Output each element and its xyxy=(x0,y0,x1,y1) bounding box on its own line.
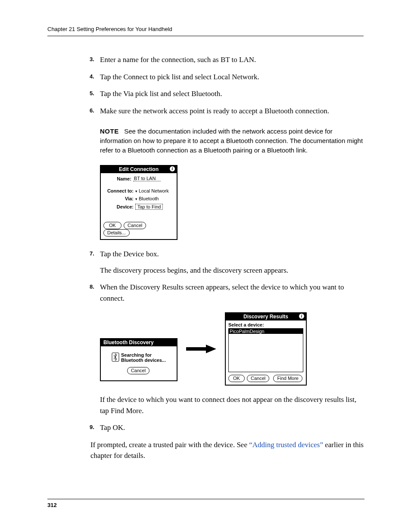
svg-marker-2 xyxy=(206,345,216,353)
step-number: 5. xyxy=(90,89,94,98)
step-3: 3. Enter a name for the connection, such… xyxy=(90,54,364,65)
step-8: 8. When the Discovery Results screen app… xyxy=(90,282,364,304)
find-more-button[interactable]: Find More xyxy=(273,375,302,382)
svg-rect-1 xyxy=(186,347,206,351)
select-device-prompt: Select a device: xyxy=(228,322,303,327)
step-4: 4. Tap the Connect to pick list and sele… xyxy=(90,72,364,83)
step-number: 3. xyxy=(90,55,94,64)
content-area: 3. Enter a name for the connection, such… xyxy=(90,54,364,461)
dialog-title: Edit Connection i xyxy=(101,166,177,173)
closing-paragraph: If prompted, create a trusted pair with … xyxy=(90,439,364,461)
step-5: 5. Tap the Via pick list and select Blue… xyxy=(90,88,364,100)
device-list[interactable]: PicoPalmDesign xyxy=(228,328,303,372)
step-text: Tap the Device box. xyxy=(100,250,159,258)
dialog-title: Bluetooth Discovery xyxy=(101,339,177,346)
step-text: Tap the Connect to pick list and select … xyxy=(100,73,259,81)
searching-text-2: Bluetooth devices... xyxy=(121,358,166,363)
step-number: 7. xyxy=(90,249,94,258)
connect-to-picklist[interactable]: Local Network xyxy=(135,188,169,193)
step-subtext: The discovery process begins, and the di… xyxy=(100,265,364,276)
via-label: Via: xyxy=(103,196,134,201)
ok-button[interactable]: OK xyxy=(103,222,121,229)
note-label: NOTE xyxy=(100,128,119,135)
note-text: See the documentation included with the … xyxy=(100,128,363,154)
step-text: Make sure the network access point is re… xyxy=(100,107,329,115)
step-text: Tap the Via pick list and select Bluetoo… xyxy=(100,90,222,98)
step-number: 6. xyxy=(90,106,94,115)
step-text: Enter a name for the connection, such as… xyxy=(100,56,256,64)
info-icon[interactable]: i xyxy=(170,166,175,171)
device-list-item[interactable]: PicoPalmDesign xyxy=(229,329,303,334)
name-label: Name: xyxy=(117,176,131,181)
via-picklist[interactable]: Bluetooth xyxy=(135,196,159,201)
device-box[interactable]: Tap to Find xyxy=(135,204,163,210)
page-number: 312 xyxy=(47,499,364,508)
adding-trusted-devices-link[interactable]: “Adding trusted devices” xyxy=(249,441,323,449)
bluetooth-icon xyxy=(112,352,119,363)
step-number: 9. xyxy=(90,423,94,432)
cancel-button[interactable]: Cancel xyxy=(124,222,146,229)
info-icon[interactable]: i xyxy=(299,314,304,319)
step-text: Tap OK. xyxy=(100,423,125,432)
figure-edit-connection: Edit Connection i Name: BT to LAN Connec… xyxy=(100,165,364,240)
ok-button[interactable]: OK xyxy=(228,375,245,382)
step-9: 9. Tap OK. xyxy=(90,422,364,433)
note-block: NOTE See the documentation included with… xyxy=(100,127,364,155)
cancel-button[interactable]: Cancel xyxy=(127,367,149,374)
device-label: Device: xyxy=(103,204,134,209)
page-header: Chapter 21 Setting Preferences for Your … xyxy=(47,26,364,36)
details-button[interactable]: Details... xyxy=(103,229,130,236)
figure-discovery-row: Bluetooth Discovery Searching fo xyxy=(100,312,364,386)
step-8-subtext: If the device to which you want to conne… xyxy=(100,394,364,416)
step-number: 4. xyxy=(90,72,94,81)
cancel-button[interactable]: Cancel xyxy=(247,375,269,382)
dialog-title: Discovery Results i xyxy=(226,313,306,320)
searching-text-1: Searching for xyxy=(121,352,166,358)
step-text: When the Discovery Results screen appear… xyxy=(100,283,344,302)
step-7: 7. Tap the Device box. The discovery pro… xyxy=(90,249,364,276)
arrow-icon xyxy=(186,345,216,353)
step-number: 8. xyxy=(90,283,94,291)
name-input[interactable]: BT to LAN xyxy=(133,176,161,181)
connect-to-label: Connect to: xyxy=(103,188,134,193)
step-6: 6. Make sure the network access point is… xyxy=(90,106,364,117)
